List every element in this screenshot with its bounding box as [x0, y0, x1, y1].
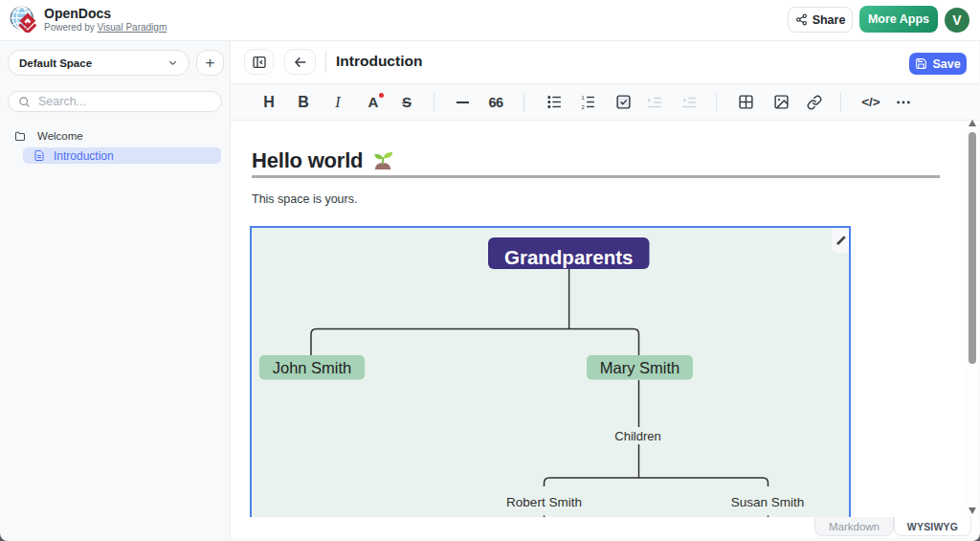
svg-text:John Smith: John Smith — [273, 359, 352, 376]
svg-text:1: 1 — [581, 95, 584, 101]
svg-text:Grandparents: Grandparents — [504, 246, 633, 268]
svg-text:2: 2 — [581, 104, 584, 110]
svg-text:Susan Smith: Susan Smith — [731, 495, 805, 509]
svg-text:Children: Children — [614, 429, 660, 443]
svg-text:Robert Smith: Robert Smith — [506, 495, 582, 509]
svg-text:Mary Smith: Mary Smith — [600, 359, 679, 376]
